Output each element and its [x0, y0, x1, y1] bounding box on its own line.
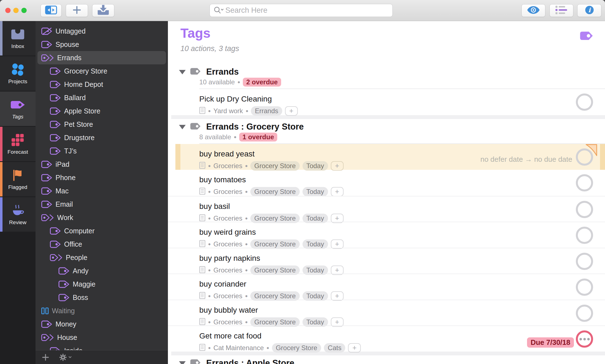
tag-icon [50, 94, 61, 102]
due-date-badge: Due 7/30/18 [527, 337, 574, 348]
task-row[interactable]: Pick up Dry Cleaning • Yard work • Erran… [168, 89, 605, 115]
sidebar-tag-row[interactable]: Waiting [37, 304, 166, 317]
project-name: Groceries [213, 318, 242, 326]
sidebar-tag-row[interactable]: Spouse [37, 38, 166, 51]
complete-checkbox[interactable] [576, 305, 593, 322]
sidebar-tag-row[interactable]: Email [37, 198, 166, 211]
search-field[interactable] [210, 4, 393, 17]
complete-checkbox[interactable] [576, 93, 593, 111]
view-options-icon [554, 5, 568, 16]
rail-item-review[interactable]: Review [0, 197, 36, 232]
add-tag-button[interactable] [42, 353, 49, 361]
task-row[interactable]: buy weird grains • Groceries • Grocery S… [168, 222, 605, 248]
task-row[interactable]: buy bread yeast • Groceries • Grocery St… [175, 144, 605, 170]
sidebar-tag-row[interactable]: Home Depot [37, 78, 166, 91]
main-outline: Tags 10 actions, 3 tags Errands 10 avail… [168, 21, 605, 364]
complete-checkbox[interactable] [576, 227, 593, 244]
sidebar-tag-row[interactable]: Apple Store [37, 104, 166, 118]
zoom-window-button[interactable] [21, 8, 27, 13]
task-row[interactable]: buy party napkins • Groceries • Grocery … [168, 248, 605, 274]
complete-checkbox[interactable] [576, 279, 593, 296]
eye-icon [527, 6, 540, 15]
sidebar-tag-row[interactable]: Phone [37, 171, 166, 184]
minimize-window-button[interactable] [13, 8, 19, 13]
tag-group-icon [41, 214, 54, 222]
toggle-sidebar-button[interactable] [41, 4, 62, 17]
task-title: buy party napkins [199, 254, 605, 263]
search-input[interactable] [225, 6, 389, 15]
sidebar-tag-row[interactable]: Andy [37, 264, 166, 277]
untagged-icon [41, 27, 53, 35]
task-row[interactable]: buy coriander • Groceries • Grocery Stor… [168, 274, 605, 300]
disclosure-triangle-icon[interactable] [179, 125, 186, 129]
sidebar-tag-row[interactable]: Drugstore [37, 131, 166, 144]
sidebar-tag-row[interactable]: People [37, 251, 166, 264]
task-meta: • Yard work • Errands + [199, 106, 605, 116]
sidebar-tag-row[interactable]: Errands [37, 51, 166, 64]
complete-checkbox[interactable] [576, 174, 593, 191]
sidebar-tag-row[interactable]: Office [37, 237, 166, 251]
tag-icon [50, 120, 61, 128]
tag-pill[interactable]: Cats [324, 343, 345, 353]
forecast-icon [11, 133, 24, 147]
inspector-button[interactable]: i [577, 4, 601, 17]
rail-item-forecast[interactable]: Forecast [0, 127, 36, 161]
rail-item-inbox[interactable]: Inbox [0, 21, 36, 55]
rail-item-tags[interactable]: Tags [0, 92, 36, 126]
rail-item-flagged[interactable]: Flagged [0, 162, 36, 196]
sidebar-tag-row[interactable]: iPad [37, 158, 166, 171]
new-action-button[interactable] [66, 4, 88, 17]
add-tag-pill-button[interactable]: + [331, 161, 344, 171]
sidebar-tag-list: Untagged Spouse Errands Grocery Store Ho… [36, 21, 168, 357]
sidebar-tag-row[interactable]: Money [37, 317, 166, 331]
tags-sidebar: Untagged Spouse Errands Grocery Store Ho… [36, 21, 168, 364]
tag-pill[interactable]: Grocery Store [250, 187, 299, 196]
complete-checkbox[interactable] [576, 201, 593, 218]
tag-icon [50, 147, 61, 155]
overdue-badge: 1 overdue [239, 133, 277, 141]
settings-gear-button[interactable] [59, 353, 72, 362]
disclosure-triangle-icon[interactable] [179, 70, 186, 74]
sidebar-tag-row[interactable]: Maggie [37, 277, 166, 291]
sidebar-tag-row[interactable]: House [37, 331, 166, 344]
sidebar-tag-row[interactable]: Untagged [37, 24, 166, 38]
tag-pill[interactable]: Grocery Store [272, 343, 321, 353]
sidebar-tag-row[interactable]: Pet Store [37, 118, 166, 131]
clean-up-button[interactable] [92, 4, 114, 17]
view-options-button[interactable] [549, 4, 573, 17]
complete-checkbox[interactable] [576, 330, 593, 348]
tag-icon [50, 240, 61, 248]
tag-pill[interactable]: Grocery Store [250, 161, 299, 171]
selection-edge-strip [600, 144, 605, 170]
sidebar-tag-row[interactable]: Computer [37, 224, 166, 237]
section-availability: 10 available • 2 overdue [168, 77, 605, 87]
disclosure-triangle-icon[interactable] [179, 361, 186, 364]
add-tag-pill-button[interactable]: + [348, 343, 361, 353]
tag-pill[interactable]: Errands [251, 106, 282, 116]
complete-checkbox[interactable] [576, 253, 593, 270]
task-title: buy basil [199, 202, 605, 211]
add-tag-pill-button[interactable]: + [331, 187, 344, 196]
view-eye-button[interactable] [521, 4, 545, 17]
tag-icon [41, 41, 53, 49]
sidebar-tag-row[interactable]: Boss [37, 291, 166, 304]
corner-flag-icon [586, 144, 597, 157]
sidebar-tag-row[interactable]: TJ’s [37, 144, 166, 158]
sidebar-tag-row[interactable]: Grocery Store [37, 64, 166, 78]
tag-pill[interactable]: Today [302, 161, 328, 171]
sidebar-tag-row[interactable]: Work [37, 211, 166, 224]
flag-icon [12, 168, 24, 182]
rail-status-stripe [0, 197, 2, 232]
add-tag-pill-button[interactable]: + [285, 106, 298, 116]
info-icon: i [585, 5, 594, 16]
task-row[interactable]: buy tomatoes • Groceries • Grocery Store… [168, 170, 605, 196]
task-row[interactable]: buy basil • Groceries • Grocery StoreTod… [168, 196, 605, 222]
rail-item-projects[interactable]: Projects [0, 56, 36, 91]
sidebar-tag-row[interactable]: Ballard [37, 91, 166, 104]
close-window-button[interactable] [5, 8, 11, 13]
note-icon [199, 188, 205, 196]
tag-pill[interactable]: Today [302, 187, 328, 196]
task-row[interactable]: Get more cat food • Cat Maintenance • Gr… [168, 325, 605, 352]
task-row[interactable]: buy bubbly water • Groceries • Grocery S… [168, 300, 605, 326]
sidebar-tag-row[interactable]: Mac [37, 184, 166, 198]
